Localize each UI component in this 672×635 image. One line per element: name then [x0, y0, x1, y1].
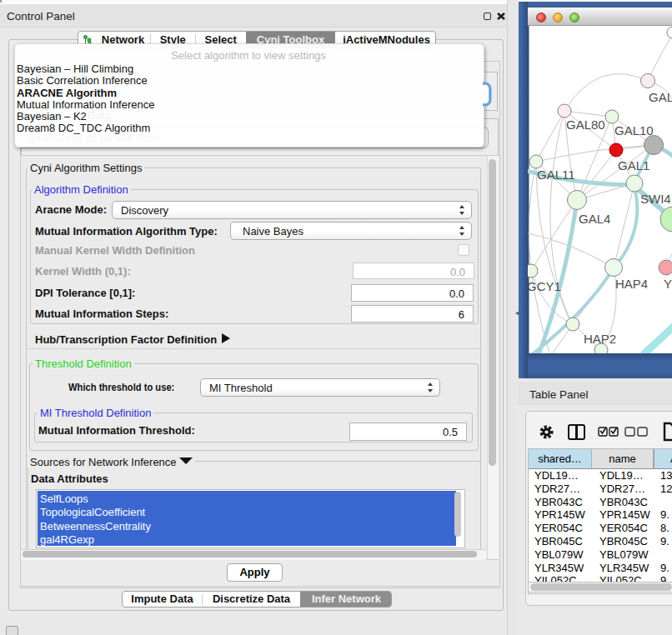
svg-text:GAL80: GAL80 [566, 118, 605, 132]
svg-text:HAP4: HAP4 [615, 277, 648, 291]
svg-text:GAL10: GAL10 [614, 123, 654, 138]
svg-text:GAL4: GAL4 [579, 212, 610, 226]
svg-text:GAL1: GAL1 [618, 158, 649, 172]
svg-text:GCY1: GCY1 [528, 279, 561, 293]
svg-text:GAL7: GAL7 [649, 90, 672, 104]
svg-text:GAL11: GAL11 [537, 168, 575, 182]
svg-text:SWI4: SWI4 [640, 192, 671, 206]
svg-text:HAP2: HAP2 [584, 332, 616, 346]
svg-text:Y: Y [664, 277, 672, 291]
